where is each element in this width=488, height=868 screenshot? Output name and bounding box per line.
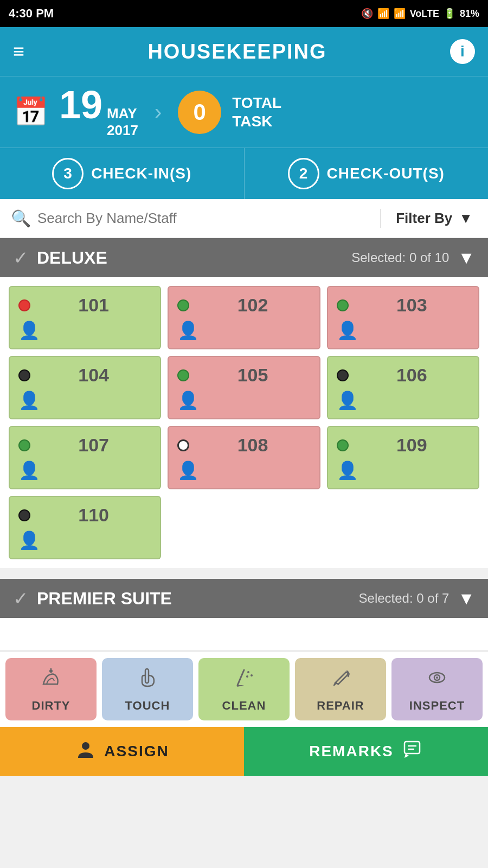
svg-point-11 bbox=[82, 742, 89, 750]
dirty-button[interactable]: DIRTY bbox=[5, 658, 97, 720]
room-110[interactable]: 110 👤 bbox=[9, 496, 161, 559]
checkout-item[interactable]: 2 CHECK-OUT(S) bbox=[245, 148, 489, 199]
svg-rect-2 bbox=[145, 669, 149, 683]
inspect-icon bbox=[425, 666, 449, 694]
room-105[interactable]: 105 👤 bbox=[168, 356, 320, 419]
checkin-item[interactable]: 3 CHECK-IN(S) bbox=[0, 148, 245, 199]
clean-button[interactable]: CLEAN bbox=[198, 658, 290, 720]
room-102-person-icon: 👤 bbox=[177, 320, 199, 341]
date-month: MAY bbox=[107, 105, 138, 122]
room-103-number: 103 bbox=[354, 295, 470, 316]
room-107-person-icon: 👤 bbox=[18, 460, 40, 481]
premier-suite-chevron-icon: ▼ bbox=[458, 589, 475, 609]
room-104[interactable]: 104 👤 bbox=[9, 356, 161, 419]
date-display: 19 MAY 2017 bbox=[59, 85, 138, 139]
room-110-number: 110 bbox=[36, 505, 151, 526]
clean-label: CLEAN bbox=[222, 699, 266, 713]
status-time: 4:30 PM bbox=[9, 7, 54, 21]
clean-icon bbox=[232, 666, 256, 694]
checkin-badge: 3 bbox=[52, 158, 84, 189]
filter-button[interactable]: Filter By ▼ bbox=[381, 210, 488, 227]
touch-icon bbox=[136, 666, 159, 694]
date-bar: 📅 19 MAY 2017 › 0 TOTAL TASK bbox=[0, 76, 488, 148]
premier-suite-title: PREMIER SUITE bbox=[37, 589, 350, 609]
inspect-button[interactable]: INSPECT bbox=[391, 658, 483, 720]
assign-label: ASSIGN bbox=[104, 743, 169, 760]
repair-button[interactable]: REPAIR bbox=[295, 658, 386, 720]
premier-suite-check-icon: ✓ bbox=[13, 588, 28, 609]
remarks-button[interactable]: REMARKS bbox=[244, 727, 488, 776]
calendar-icon: 📅 bbox=[13, 95, 48, 129]
room-106-status-dot bbox=[337, 369, 349, 381]
header: ≡ HOUSEKEEPING i bbox=[0, 27, 488, 76]
premier-suite-selected: Selected: 0 of 7 bbox=[359, 591, 450, 606]
date-day: 19 bbox=[59, 85, 102, 124]
room-108[interactable]: 108 👤 bbox=[168, 426, 320, 489]
room-109-person-icon: 👤 bbox=[337, 460, 358, 481]
search-input[interactable] bbox=[37, 210, 369, 227]
premier-suite-section-header[interactable]: ✓ PREMIER SUITE Selected: 0 of 7 ▼ bbox=[0, 579, 488, 618]
touch-button[interactable]: TOUCH bbox=[102, 658, 193, 720]
svg-point-10 bbox=[436, 676, 438, 679]
room-108-number: 108 bbox=[195, 435, 310, 456]
room-107-number: 107 bbox=[36, 435, 151, 456]
deluxe-check-icon: ✓ bbox=[13, 247, 28, 269]
checkinout-bar: 3 CHECK-IN(S) 2 CHECK-OUT(S) bbox=[0, 148, 488, 199]
checkin-label: CHECK-IN(S) bbox=[91, 165, 191, 182]
mute-icon: 🔇 bbox=[361, 8, 373, 20]
assign-button[interactable]: ASSIGN bbox=[0, 727, 244, 776]
bottom-nav: ASSIGN REMARKS bbox=[0, 727, 488, 776]
svg-rect-12 bbox=[404, 742, 420, 754]
checkout-label: CHECK-OUT(S) bbox=[327, 165, 445, 182]
room-103[interactable]: 103 👤 bbox=[327, 286, 479, 349]
room-102[interactable]: 102 👤 bbox=[168, 286, 320, 349]
room-104-status-dot bbox=[18, 369, 30, 381]
room-109[interactable]: 109 👤 bbox=[327, 426, 479, 489]
room-103-status-dot bbox=[337, 299, 349, 311]
svg-point-6 bbox=[246, 675, 248, 678]
search-filter-bar: 🔍 Filter By ▼ bbox=[0, 199, 488, 238]
room-110-status-dot bbox=[18, 509, 30, 521]
total-task-label: TOTAL TASK bbox=[232, 94, 281, 130]
room-101[interactable]: 101 👤 bbox=[9, 286, 161, 349]
inspect-label: INSPECT bbox=[409, 699, 465, 713]
search-icon: 🔍 bbox=[11, 209, 31, 228]
svg-point-4 bbox=[247, 671, 249, 673]
deluxe-chevron-icon: ▼ bbox=[458, 248, 475, 268]
svg-point-5 bbox=[251, 674, 253, 676]
room-101-number: 101 bbox=[36, 295, 151, 316]
room-108-person-icon: 👤 bbox=[177, 460, 199, 481]
svg-line-3 bbox=[237, 670, 244, 685]
wifi-icon: 📶 bbox=[377, 8, 389, 20]
room-106-person-icon: 👤 bbox=[337, 390, 358, 411]
signal-icon: 📶 bbox=[394, 8, 406, 20]
room-102-status-dot bbox=[177, 299, 189, 311]
deluxe-selected: Selected: 0 of 10 bbox=[351, 250, 449, 265]
room-104-number: 104 bbox=[36, 365, 151, 386]
room-107[interactable]: 107 👤 bbox=[9, 426, 161, 489]
repair-label: REPAIR bbox=[317, 699, 364, 713]
room-109-status-dot bbox=[337, 439, 349, 451]
status-bar: 4:30 PM 🔇 📶 📶 VoLTE 🔋 81% bbox=[0, 0, 488, 27]
room-104-person-icon: 👤 bbox=[18, 390, 40, 411]
repair-icon bbox=[329, 666, 352, 694]
touch-label: TOUCH bbox=[125, 699, 170, 713]
filter-chevron-icon: ▼ bbox=[459, 210, 473, 227]
room-108-status-dot bbox=[177, 439, 189, 451]
deluxe-section-header[interactable]: ✓ DELUXE Selected: 0 of 10 ▼ bbox=[0, 238, 488, 277]
room-110-person-icon: 👤 bbox=[18, 530, 40, 551]
remarks-label: REMARKS bbox=[309, 743, 394, 760]
room-101-status-dot bbox=[18, 299, 30, 311]
room-107-status-dot bbox=[18, 439, 30, 451]
room-105-number: 105 bbox=[195, 365, 310, 386]
filter-label: Filter By bbox=[396, 210, 452, 227]
room-106[interactable]: 106 👤 bbox=[327, 356, 479, 419]
menu-button[interactable]: ≡ bbox=[13, 40, 24, 63]
info-button[interactable]: i bbox=[450, 39, 475, 64]
page-title: HOUSEKEEPING bbox=[147, 40, 326, 63]
total-task-badge: 0 bbox=[178, 91, 221, 134]
date-year: 2017 bbox=[107, 122, 138, 139]
action-bar: DIRTY TOUCH CLEAN bbox=[0, 650, 488, 727]
dirty-label: DIRTY bbox=[32, 699, 70, 713]
room-106-number: 106 bbox=[354, 365, 470, 386]
